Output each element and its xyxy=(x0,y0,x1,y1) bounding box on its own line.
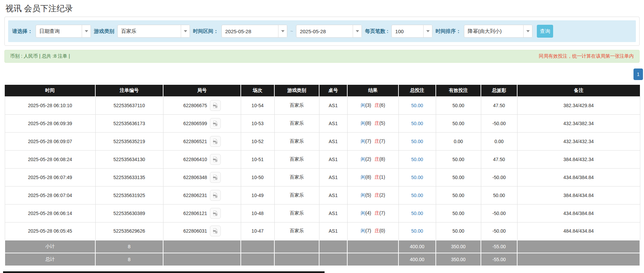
session-cell: 10-50 xyxy=(241,168,274,186)
time-cell: 2025-05-28 06:09:39 xyxy=(5,114,95,132)
total-bet-link[interactable]: 50.00 xyxy=(411,211,423,216)
player-result-label: 闲 xyxy=(360,210,365,216)
total-bet-link[interactable]: 50.00 xyxy=(411,228,423,234)
header-payout: 总派彩 xyxy=(481,85,517,96)
time-cell: 2025-05-28 06:07:04 xyxy=(5,186,95,204)
game-type-cell: 百家乐 xyxy=(274,96,319,114)
filter-bar: 请选择： 游戏类别 时间区间： ~ 每页笔数 : xyxy=(8,20,636,42)
table-no-cell: AS1 xyxy=(319,132,347,150)
remark-cell: 384.84/434.84 xyxy=(517,186,640,204)
total-label: 总计 xyxy=(5,253,95,266)
table-row: 2025-05-28 06:08:24 522535634130 6228064… xyxy=(5,150,640,168)
session-cell: 10-49 xyxy=(241,186,274,204)
result-cell: 闲(5) 庄(2) xyxy=(347,186,398,204)
page-size-select[interactable] xyxy=(391,25,432,38)
video-replay-button[interactable] xyxy=(210,118,221,129)
round-id: 622806521 xyxy=(183,139,207,144)
query-type-input[interactable] xyxy=(36,25,82,37)
table-header: 时间 注单编号 局号 场次 游戏类别 桌号 结果 总投注 有效投注 总派彩 备注 xyxy=(5,85,640,96)
subtotal-total-bet: 400.00 xyxy=(398,240,436,253)
round-cell: 622806121 xyxy=(163,204,241,222)
total-bet-link[interactable]: 50.00 xyxy=(411,139,423,144)
game-type-cell: 百家乐 xyxy=(274,222,319,240)
time-cell: 2025-05-28 06:08:24 xyxy=(5,150,95,168)
round-cell: 622806521 xyxy=(163,132,241,150)
page-size-label: 每页笔数 : xyxy=(365,28,388,35)
game-type-cell: 百家乐 xyxy=(274,132,319,150)
time-cell: 2025-05-28 06:07:49 xyxy=(5,168,95,186)
game-type-dropdown-button[interactable] xyxy=(181,25,190,37)
sort-order-select[interactable] xyxy=(464,25,532,38)
header-session: 场次 xyxy=(241,85,274,96)
video-replay-button[interactable] xyxy=(210,190,221,201)
page-1-button[interactable]: 1 xyxy=(633,69,643,80)
date-from-select[interactable] xyxy=(221,25,287,38)
game-type-cell: 百家乐 xyxy=(274,204,319,222)
game-type-select[interactable] xyxy=(117,25,190,38)
time-cell: 2025-05-28 06:05:45 xyxy=(5,222,95,240)
table-row: 2025-05-28 06:07:49 522535633135 6228063… xyxy=(5,168,640,186)
date-from-input[interactable] xyxy=(222,25,278,37)
player-result-label: 闲 xyxy=(360,192,365,198)
video-camera-icon xyxy=(212,174,218,180)
pagination: 1 xyxy=(0,69,643,80)
header-remark: 备注 xyxy=(517,85,640,96)
banker-result-value: (8) xyxy=(379,156,385,162)
total-bet-link[interactable]: 50.00 xyxy=(411,103,423,108)
valid-bet-cell: 50.00 xyxy=(436,168,481,186)
total-bet-cell: 50.00 xyxy=(398,204,436,222)
total-bet-cell: 50.00 xyxy=(398,132,436,150)
payout-cell: 47.50 xyxy=(481,150,517,168)
video-replay-button[interactable] xyxy=(210,100,221,111)
time-cell: 2025-05-28 06:06:14 xyxy=(5,204,95,222)
page-size-input[interactable] xyxy=(392,25,423,37)
date-to-dropdown-button[interactable] xyxy=(353,25,362,37)
bet-id-cell: 522535633135 xyxy=(95,168,163,186)
chevron-down-icon xyxy=(85,30,88,32)
total-empty-cell xyxy=(347,253,398,266)
currency-summary-text: 币别 : 人民币 | 总共 :8 注单 | xyxy=(10,53,70,59)
date-from-dropdown-button[interactable] xyxy=(278,25,287,37)
bet-id-cell: 522535636173 xyxy=(95,114,163,132)
result-cell: 闲(4) 庄(7) xyxy=(347,204,398,222)
video-camera-icon xyxy=(212,192,218,198)
session-cell: 10-53 xyxy=(241,114,274,132)
valid-bet-cell: 50.00 xyxy=(436,150,481,168)
date-to-input[interactable] xyxy=(296,25,353,37)
video-camera-icon xyxy=(212,138,218,144)
total-empty-cell xyxy=(274,253,319,266)
sort-order-dropdown-button[interactable] xyxy=(523,25,532,37)
header-time: 时间 xyxy=(5,85,95,96)
game-type-input[interactable] xyxy=(118,25,181,37)
video-replay-button[interactable] xyxy=(210,226,221,236)
total-empty-cell xyxy=(517,253,640,266)
date-to-select[interactable] xyxy=(296,25,362,38)
video-replay-button[interactable] xyxy=(210,154,221,165)
total-bet-link[interactable]: 50.00 xyxy=(411,121,423,126)
video-replay-button[interactable] xyxy=(210,136,221,147)
banker-result-label: 庄 xyxy=(374,228,379,233)
chevron-down-icon xyxy=(281,30,285,32)
page-size-dropdown-button[interactable] xyxy=(423,25,432,37)
total-bet-link[interactable]: 50.00 xyxy=(411,193,423,198)
video-replay-button[interactable] xyxy=(210,172,221,183)
total-bet-cell: 50.00 xyxy=(398,150,436,168)
banker-result-label: 庄 xyxy=(374,174,379,180)
sort-order-label: 时间排序： xyxy=(435,28,461,35)
sort-order-input[interactable] xyxy=(464,25,523,37)
banker-result-label: 庄 xyxy=(374,156,379,162)
query-type-dropdown-button[interactable] xyxy=(82,25,91,37)
round-id: 622806348 xyxy=(183,175,207,180)
header-valid-bet: 有效投注 xyxy=(436,85,481,96)
payout-cell: -50.00 xyxy=(481,168,517,186)
total-bet-link[interactable]: 50.00 xyxy=(411,175,423,180)
date-range-label: 时间区间： xyxy=(193,28,218,35)
search-button[interactable]: 查询 xyxy=(537,25,553,38)
result-cell: 闲(8) 庄(1) xyxy=(347,168,398,186)
payout-cell: -50.00 xyxy=(481,222,517,240)
query-type-select[interactable] xyxy=(36,25,91,38)
summary-bar: 币别 : 人民币 | 总共 :8 注单 | 同局有效投注，统一计算在该局第一张注… xyxy=(4,50,640,63)
video-replay-button[interactable] xyxy=(210,208,221,219)
player-result-label: 闲 xyxy=(360,228,365,233)
total-bet-link[interactable]: 50.00 xyxy=(411,157,423,162)
